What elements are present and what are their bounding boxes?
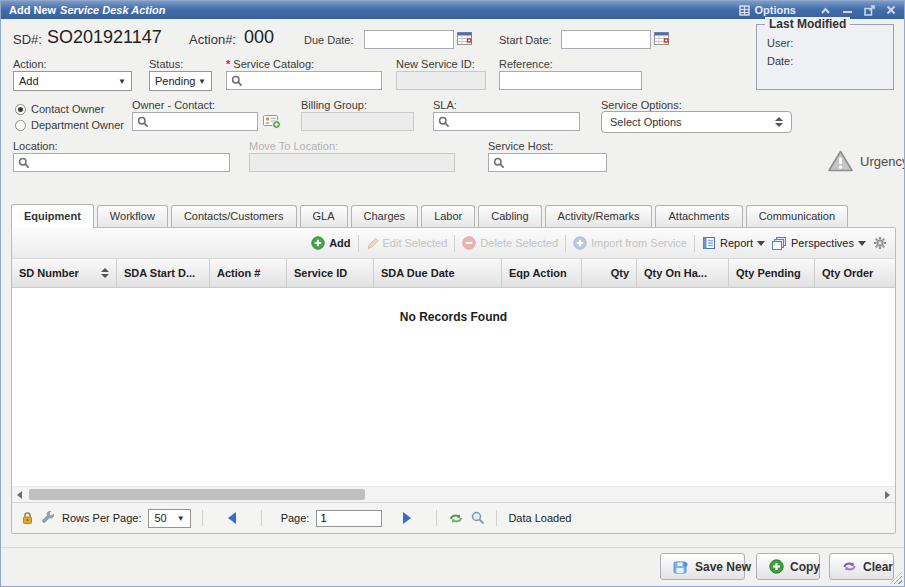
perspectives-menu-button[interactable]: Perspectives	[772, 236, 866, 250]
action-select[interactable]: Add▼	[13, 71, 132, 91]
reference-input[interactable]	[499, 71, 642, 90]
location-search-input[interactable]	[13, 153, 230, 172]
chevron-down-icon: ▼	[177, 514, 185, 523]
tab-attachments[interactable]: Attachments	[655, 205, 742, 227]
column-header-service-id[interactable]: Service ID	[287, 259, 374, 287]
column-header-qty-on-hand[interactable]: Qty On Ha...	[637, 259, 729, 287]
tab-equipment[interactable]: Equipment	[11, 204, 94, 228]
previous-page-button[interactable]	[228, 512, 236, 524]
owner-contact-search-input[interactable]	[132, 112, 258, 131]
grid-toolbar: Add Edit Selected Delete Selected Import…	[12, 228, 895, 259]
action-select-label: Action:	[13, 58, 47, 70]
sd-number-value: SO201921147	[47, 27, 162, 48]
tab-workflow[interactable]: Workflow	[97, 205, 168, 227]
tab-cabling[interactable]: Cabling	[478, 205, 541, 227]
rows-per-page-select[interactable]: 50▼	[148, 509, 190, 528]
wrench-icon[interactable]	[41, 511, 55, 525]
contact-owner-radio[interactable]: Contact Owner	[15, 103, 104, 115]
due-date-calendar-icon[interactable]	[457, 31, 472, 46]
column-header-sda-start-date[interactable]: SDA Start D...	[117, 259, 210, 287]
page-label: Page:	[281, 512, 310, 524]
action-number-value: 000	[244, 27, 274, 48]
save-new-button[interactable]: Save New	[660, 553, 745, 580]
tab-contacts-customers[interactable]: Contacts/Customers	[171, 205, 297, 227]
options-label: Options	[754, 4, 796, 16]
service-catalog-label: * Service Catalog:	[226, 58, 314, 70]
empty-grid-message: No Records Found	[12, 310, 895, 324]
column-header-qty-pending[interactable]: Qty Pending	[729, 259, 815, 287]
due-date-label: Due Date:	[304, 34, 354, 46]
due-date-input[interactable]	[364, 30, 454, 49]
required-asterisk: *	[226, 58, 230, 70]
up-down-arrows-icon	[775, 117, 783, 127]
tab-labor[interactable]: Labor	[421, 205, 475, 227]
next-page-button[interactable]	[403, 512, 411, 524]
scrollbar-thumb[interactable]	[29, 489, 365, 500]
column-header-eqp-action[interactable]: Eqp Action	[502, 259, 582, 287]
chevron-down-icon: ▼	[118, 77, 126, 86]
tab-bar: Equipment Workflow Contacts/Customers GL…	[11, 204, 851, 227]
billing-group-input	[301, 112, 414, 131]
perspectives-icon	[772, 236, 787, 250]
service-host-search-input[interactable]	[488, 153, 607, 172]
column-header-action-number[interactable]: Action #	[210, 259, 287, 287]
start-date-input[interactable]	[561, 30, 651, 49]
refresh-icon[interactable]	[448, 512, 464, 525]
gear-icon	[873, 236, 887, 250]
report-menu-button[interactable]: Report	[702, 236, 765, 250]
column-header-sd-number[interactable]: SD Number	[12, 259, 117, 287]
move-to-location-label: Move To Location:	[249, 140, 338, 152]
add-button[interactable]: Add	[311, 236, 350, 250]
minimize-button[interactable]	[842, 6, 853, 15]
add-icon	[311, 236, 325, 250]
edit-icon	[366, 237, 379, 250]
column-header-qty[interactable]: Qty	[582, 259, 637, 287]
tab-activity-remarks[interactable]: Activity/Remarks	[545, 205, 653, 227]
grid-settings-button[interactable]	[873, 236, 887, 250]
import-from-service-button[interactable]: Import from Service	[573, 236, 687, 250]
tab-gla[interactable]: GLA	[300, 205, 348, 227]
window-title: Add NewService Desk Action	[9, 4, 165, 16]
delete-selected-button[interactable]: Delete Selected	[462, 236, 558, 250]
equipment-grid-panel: Add Edit Selected Delete Selected Import…	[11, 227, 896, 534]
last-modified-date-label: Date:	[767, 55, 893, 67]
action-number-label: Action#:	[189, 32, 236, 47]
last-modified-user-label: User:	[767, 37, 893, 49]
tab-charges[interactable]: Charges	[351, 205, 419, 227]
clear-button[interactable]: Clear	[829, 553, 894, 580]
column-header-qty-ordered[interactable]: Qty Order	[815, 259, 895, 287]
contact-card-add-icon[interactable]	[263, 113, 281, 129]
sla-search-input[interactable]	[433, 112, 580, 131]
grid-pagination-bar: Rows Per Page: 50▼ Page: Data Loaded	[12, 502, 895, 533]
collapse-button[interactable]	[820, 6, 831, 15]
new-service-id-label: New Service ID:	[396, 58, 475, 70]
status-select[interactable]: Pending▼	[149, 71, 212, 91]
sla-label: SLA:	[433, 99, 457, 111]
service-options-combobox[interactable]: Select Options	[601, 111, 792, 133]
horizontal-scrollbar[interactable]	[12, 486, 895, 502]
delete-icon	[462, 236, 476, 250]
popout-button[interactable]	[864, 5, 875, 16]
urgency-indicator[interactable]: Urgency	[827, 149, 905, 173]
edit-selected-button[interactable]: Edit Selected	[366, 237, 448, 250]
lock-icon[interactable]	[21, 511, 34, 525]
tab-communication[interactable]: Communication	[746, 205, 848, 227]
scroll-left-icon[interactable]	[17, 491, 22, 499]
department-owner-radio[interactable]: Department Owner	[15, 119, 124, 131]
scroll-right-icon[interactable]	[885, 491, 890, 499]
options-menu-button[interactable]: Options	[739, 4, 796, 16]
report-icon	[702, 236, 716, 250]
sort-icon[interactable]	[95, 268, 109, 278]
toolbar-separator	[454, 235, 455, 252]
column-header-sda-due-date[interactable]: SDA Due Date	[374, 259, 502, 287]
owner-contact-label: Owner - Contact:	[132, 99, 215, 111]
start-date-calendar-icon[interactable]	[654, 31, 669, 46]
service-catalog-search-input[interactable]	[226, 71, 382, 90]
copy-button[interactable]: Copy	[756, 553, 820, 580]
toolbar-separator	[565, 235, 566, 252]
close-button[interactable]	[886, 5, 896, 15]
chevron-down-icon: ▼	[198, 77, 206, 86]
page-number-input[interactable]	[316, 510, 382, 527]
status-select-label: Status:	[149, 58, 183, 70]
search-records-icon[interactable]	[471, 511, 485, 525]
